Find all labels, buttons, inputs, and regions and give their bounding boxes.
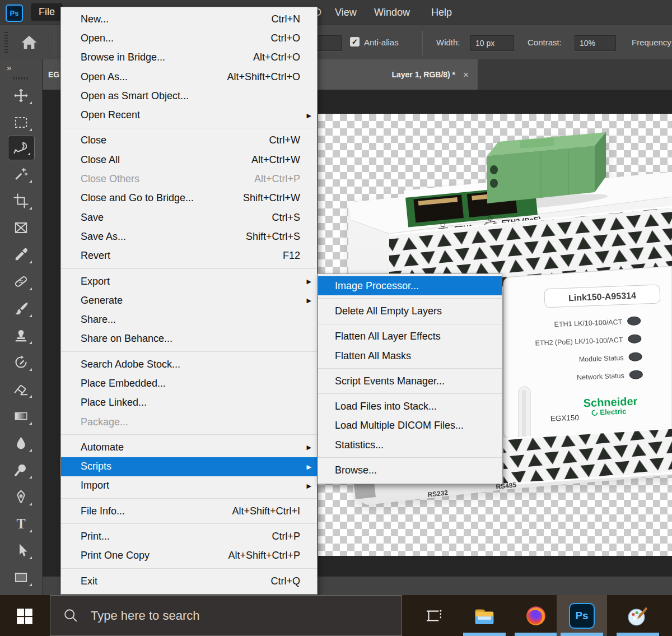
- open-menu-item[interactable]: Open...Ctrl+O: [61, 29, 317, 48]
- brush-icon: [13, 300, 29, 317]
- path-selection-tool[interactable]: [7, 537, 36, 564]
- type-tool[interactable]: T: [7, 510, 36, 537]
- exit-menu-item[interactable]: ExitCtrl+Q: [61, 572, 317, 591]
- blur-tool[interactable]: [7, 429, 36, 456]
- scripts-menu-item[interactable]: Scripts▶: [61, 457, 317, 476]
- automate-menu-item[interactable]: Automate▶: [61, 438, 317, 457]
- move-tool[interactable]: [7, 82, 36, 109]
- flatten-all-masks-menu-item[interactable]: Flatten All Masks: [318, 346, 502, 365]
- generate-menu-item[interactable]: Generate▶: [61, 291, 317, 310]
- task-view-taskbar-button[interactable]: [409, 595, 459, 636]
- save-as-menu-item[interactable]: Save As...Shift+Ctrl+S: [61, 227, 317, 246]
- eraser-tool[interactable]: [7, 375, 36, 402]
- menu-item-label: Save As...: [81, 231, 235, 243]
- menu-item-shortcut: Ctrl+Q: [270, 575, 300, 587]
- magnetic-lasso-tool[interactable]: [8, 136, 35, 160]
- close-others-menu-item[interactable]: Close OthersAlt+Ctrl+P: [61, 169, 317, 188]
- photoshop-taskbar-button[interactable]: Ps: [557, 595, 607, 636]
- paint-taskbar-button[interactable]: [613, 595, 663, 636]
- image-processor-menu-item[interactable]: Image Processor...: [318, 276, 502, 295]
- pen-tool[interactable]: [7, 483, 36, 510]
- export-menu-item[interactable]: Export▶: [61, 272, 317, 291]
- taskbar-search-box[interactable]: [50, 595, 402, 636]
- anti-alias-label: Anti-alias: [364, 38, 399, 47]
- dodge-tool[interactable]: [7, 456, 36, 483]
- options-grip-handle[interactable]: [4, 32, 8, 54]
- new-menu-item[interactable]: New...Ctrl+N: [61, 10, 317, 29]
- import-menu-item[interactable]: Import▶: [61, 476, 317, 495]
- statistics-menu-item[interactable]: Statistics...: [318, 435, 502, 454]
- anti-alias-checkbox[interactable]: ✓: [350, 37, 360, 47]
- home-icon[interactable]: [20, 34, 38, 51]
- delete-all-empty-layers-menu-item[interactable]: Delete All Empty Layers: [318, 301, 502, 321]
- windows-taskbar: Ps: [0, 595, 672, 636]
- revert-menu-item[interactable]: RevertF12: [61, 247, 317, 266]
- frame-icon: [13, 220, 29, 236]
- file-explorer-icon: [473, 605, 496, 627]
- menu-item-label: Print...: [81, 531, 260, 542]
- place-embedded-menu-item[interactable]: Place Embedded...: [61, 374, 317, 393]
- place-linked-menu-item[interactable]: Place Linked...: [61, 393, 317, 412]
- frame-tool[interactable]: [7, 214, 36, 241]
- menu-item-label: Close All: [81, 154, 240, 166]
- magic-wand-tool[interactable]: [7, 160, 36, 187]
- file-menu-button[interactable]: File: [31, 3, 63, 21]
- close-and-go-to-bridge-menu-item[interactable]: Close and Go to Bridge...Shift+Ctrl+W: [61, 189, 317, 208]
- menu-item-shortcut: Alt+Shift+Ctrl+P: [228, 550, 300, 561]
- start-button[interactable]: [0, 595, 49, 636]
- terminal-block: [487, 132, 606, 203]
- gradient-tool[interactable]: [7, 402, 36, 429]
- device-product-code: EGX150: [550, 414, 579, 423]
- search-adobe-stock-menu-item[interactable]: Search Adobe Stock...: [61, 355, 317, 374]
- menu-window[interactable]: Window: [374, 4, 410, 21]
- search-input[interactable]: [90, 608, 361, 624]
- script-events-manager-menu-item[interactable]: Script Events Manager...: [318, 372, 502, 391]
- submenu-arrow-icon: ▶: [307, 278, 311, 285]
- brush-tool[interactable]: [7, 295, 36, 322]
- expand-toolbar-button[interactable]: »: [0, 59, 42, 72]
- contrast-input[interactable]: 10%: [575, 35, 616, 51]
- menu-help[interactable]: Help: [431, 4, 452, 21]
- menu-item-shortcut: Shift+Ctrl+W: [243, 192, 300, 204]
- browse-in-bridge-menu-item[interactable]: Browse in Bridge...Alt+Ctrl+O: [61, 48, 317, 67]
- toolbar-grip-handle[interactable]: [13, 77, 30, 80]
- package-menu-item[interactable]: Package...: [61, 412, 317, 431]
- menu-view[interactable]: View: [335, 4, 357, 21]
- rectangular-marquee-tool[interactable]: [7, 109, 36, 136]
- print-menu-item[interactable]: Print...Ctrl+P: [61, 527, 317, 546]
- file-info-menu-item[interactable]: File Info...Alt+Shift+Ctrl+I: [61, 502, 317, 521]
- open-as-menu-item[interactable]: Open As...Alt+Shift+Ctrl+O: [61, 67, 317, 86]
- menu-item-label: Exit: [81, 575, 259, 587]
- eyedropper-tool[interactable]: [7, 241, 36, 268]
- close-tab-icon[interactable]: ×: [463, 70, 469, 80]
- firefox-taskbar-button[interactable]: [511, 595, 561, 636]
- share-menu-item[interactable]: Share...: [61, 310, 317, 329]
- clone-stamp-tool[interactable]: [7, 322, 36, 349]
- share-on-behance-menu-item[interactable]: Share on Behance...: [61, 329, 317, 349]
- menu-item-label: New...: [81, 13, 260, 25]
- crop-tool[interactable]: [7, 187, 36, 214]
- menu-item-shortcut: Ctrl+P: [272, 531, 300, 542]
- menu-item-shortcut: Alt+Ctrl+P: [254, 173, 300, 185]
- healing-brush-tool[interactable]: [7, 268, 36, 295]
- open-recent-menu-item[interactable]: Open Recent▶: [61, 105, 317, 124]
- menu-separator: [61, 434, 317, 435]
- print-one-copy-menu-item[interactable]: Print One CopyAlt+Shift+Ctrl+P: [61, 546, 317, 565]
- file-explorer-taskbar-button[interactable]: [459, 595, 510, 636]
- close-all-menu-item[interactable]: Close AllAlt+Ctrl+W: [61, 150, 317, 169]
- menu-item-label: Place Embedded...: [81, 378, 300, 389]
- options-separator: [422, 31, 423, 55]
- flatten-all-layer-effects-menu-item[interactable]: Flatten All Layer Effects: [318, 327, 502, 346]
- active-document-tab[interactable]: Layer 1, RGB/8) * ×: [291, 59, 478, 90]
- rectangle-tool[interactable]: [7, 564, 36, 591]
- browse-menu-item[interactable]: Browse...: [318, 461, 502, 480]
- menu-item-shortcut: Ctrl+S: [272, 212, 300, 224]
- load-files-into-stack-menu-item[interactable]: Load Files into Stack...: [318, 397, 502, 416]
- load-multiple-dicom-files-menu-item[interactable]: Load Multiple DICOM Files...: [318, 416, 502, 435]
- contrast-label: Contrast:: [528, 38, 562, 47]
- open-as-smart-object-menu-item[interactable]: Open as Smart Object...: [61, 86, 317, 105]
- width-input[interactable]: 10 px: [470, 35, 514, 51]
- save-menu-item[interactable]: SaveCtrl+S: [61, 208, 317, 227]
- close-menu-item[interactable]: CloseCtrl+W: [61, 131, 317, 150]
- history-brush-tool[interactable]: [7, 349, 36, 375]
